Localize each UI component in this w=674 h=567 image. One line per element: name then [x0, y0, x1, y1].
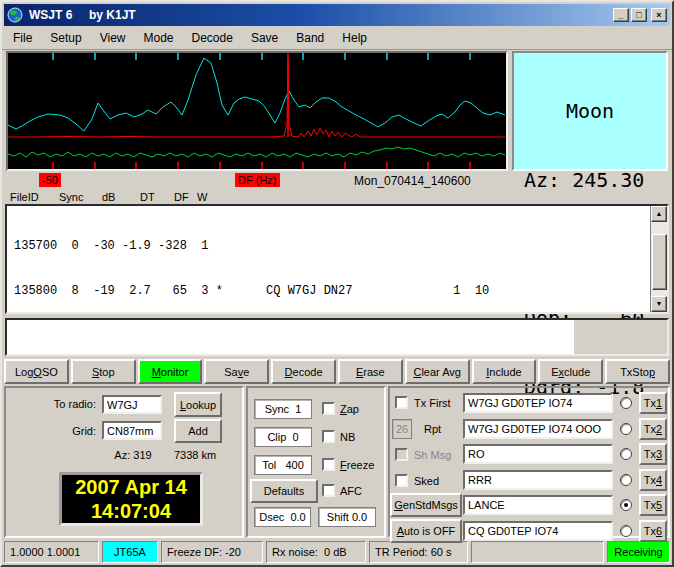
tx-first-checkbox[interactable]	[395, 396, 408, 409]
freeze-checkbox[interactable]	[322, 458, 335, 471]
col-db: dB	[102, 191, 115, 203]
nb-label: NB	[340, 431, 355, 443]
tx3-radio[interactable]	[620, 448, 632, 460]
menu-band[interactable]: Band	[287, 28, 333, 48]
min-db-marker: -50	[39, 173, 61, 187]
decode-button[interactable]: Decode	[271, 359, 336, 384]
grid-label: Grid:	[6, 425, 96, 437]
tx1-radio[interactable]	[620, 397, 632, 409]
tx5-radio[interactable]	[620, 499, 632, 511]
afc-checkbox[interactable]	[322, 484, 335, 497]
graph-labels: -50 DF (Hz) Mon_070414_140600	[2, 171, 672, 191]
tx1-button[interactable]: Tx1	[639, 392, 667, 414]
menu-help[interactable]: Help	[333, 28, 376, 48]
moon-info-panel: Moon Az: 245.30 El: 7.98 Dop: 60 Dgrd: -…	[512, 51, 668, 171]
tx6-button[interactable]: Tx6	[639, 520, 667, 542]
tx6-message-input[interactable]	[463, 521, 613, 541]
window-title: WSJT 6 by K1JT	[29, 8, 136, 22]
add-button[interactable]: Add	[174, 419, 222, 443]
to-radio-input[interactable]	[102, 395, 162, 414]
stop-button[interactable]: Stop	[71, 359, 136, 384]
minimize-button[interactable]: _	[613, 8, 629, 22]
gen-std-msgs-button[interactable]: GenStdMsgs	[390, 493, 462, 517]
tx5-message-input[interactable]	[463, 495, 613, 515]
tx5-button[interactable]: Tx5	[639, 494, 667, 516]
log-qso-button[interactable]: Log QSO	[4, 359, 69, 384]
shift-field[interactable]: Shift 0.0	[318, 507, 376, 527]
grid-input[interactable]	[102, 421, 162, 440]
monitor-button[interactable]: Monitor	[138, 359, 203, 384]
bottom-section: To radio: Lookup Grid: Add Az: 319 7338 …	[4, 386, 670, 538]
recording-filename: Mon_070414_140600	[354, 174, 471, 188]
sked-checkbox[interactable]	[395, 474, 408, 487]
menu-decode[interactable]: Decode	[183, 28, 242, 48]
average-line: 140600 1 4/6 GD0TEP W7GJ DN27 1 0	[14, 353, 667, 356]
clear-avg-button[interactable]: Clear Avg	[405, 359, 470, 384]
menu-bar: File Setup View Mode Decode Save Band He…	[2, 26, 672, 50]
wsjt-window: WSJT 6 by K1JT _ □ × File Setup View Mod…	[0, 0, 674, 567]
save-button[interactable]: Save	[204, 359, 269, 384]
tx2-button[interactable]: Tx2	[639, 418, 667, 440]
tx1-message-input[interactable]	[463, 393, 613, 413]
nb-checkbox[interactable]	[322, 430, 335, 443]
average-text-area[interactable]: 140600 1 4/6 GD0TEP W7GJ DN27 1 0 140600…	[5, 318, 669, 356]
menu-view[interactable]: View	[91, 28, 135, 48]
txstop-button[interactable]: TxStop	[605, 359, 670, 384]
erase-button[interactable]: Erase	[338, 359, 403, 384]
tx2-radio[interactable]	[620, 423, 632, 435]
menu-mode[interactable]: Mode	[135, 28, 183, 48]
clock-date: 2007 Apr 14	[62, 475, 200, 499]
tx4-message-input[interactable]	[463, 470, 613, 490]
menu-setup[interactable]: Setup	[41, 28, 90, 48]
col-w: W	[197, 191, 207, 203]
decode-line: 135800 8 -19 2.7 65 3 * CQ W7GJ DN27 1 1…	[14, 284, 667, 299]
defaults-button[interactable]: Defaults	[250, 479, 318, 503]
main-toolbar: Log QSO Stop Monitor Save Decode Erase C…	[4, 359, 670, 384]
parameters-panel: Sync 1 Zap Clip 0 NB Tol 400 Freeze Defa…	[246, 386, 386, 538]
moon-title: Moon	[524, 100, 666, 123]
tx4-radio[interactable]	[620, 474, 632, 486]
average-lines: 140600 1 4/6 GD0TEP W7GJ DN27 1 0 140600…	[7, 320, 667, 356]
lookup-button[interactable]: Lookup	[174, 392, 222, 417]
dial-calibration: 1.0000 1.0001	[4, 541, 99, 563]
freeze-df-status: Freeze DF: -20	[161, 541, 263, 563]
clock-time: 14:07:04	[62, 499, 200, 523]
tx3-button[interactable]: Tx3	[639, 443, 667, 465]
status-spacer	[471, 541, 604, 563]
close-button[interactable]: ×	[651, 8, 667, 22]
menu-file[interactable]: File	[4, 28, 41, 48]
clip-field[interactable]: Clip 0	[254, 427, 312, 447]
status-bar: 1.0000 1.0001 JT65A Freeze DF: -20 Rx no…	[4, 541, 670, 563]
decode-scrollbar[interactable]: ▲ ▼	[650, 206, 667, 312]
decode-text-area[interactable]: 135700 0 -30 -1.9 -328 1 135800 8 -19 2.…	[5, 204, 669, 314]
freeze-label: Freeze	[340, 459, 374, 471]
tx4-button[interactable]: Tx4	[639, 469, 667, 491]
decode-lines: 135700 0 -30 -1.9 -328 1 135800 8 -19 2.…	[7, 206, 667, 314]
scroll-down-icon[interactable]: ▼	[651, 296, 667, 312]
receiving-indicator: Receiving	[607, 541, 670, 563]
tr-period-status: TR Period: 60 s	[369, 541, 468, 563]
auto-button[interactable]: Auto is OFF	[390, 519, 462, 543]
tx2-message-input[interactable]	[463, 419, 613, 439]
tx3-message-input[interactable]	[463, 444, 613, 464]
sh-msg-label: Sh Msg	[414, 449, 451, 461]
rpt-field: 26	[392, 419, 412, 439]
tol-field[interactable]: Tol 400	[254, 455, 312, 475]
sync-field[interactable]: Sync 1	[254, 399, 312, 419]
sh-msg-checkbox[interactable]	[395, 448, 408, 461]
include-button[interactable]: Include	[472, 359, 537, 384]
dsec-field[interactable]: Dsec 0.0	[254, 507, 311, 527]
azimuth-value: Az: 319	[102, 449, 164, 461]
average-area-gray-region	[574, 320, 667, 354]
maximize-button[interactable]: □	[631, 8, 647, 22]
scrollbar-thumb[interactable]	[652, 234, 667, 290]
zap-checkbox[interactable]	[322, 402, 335, 415]
rpt-label: Rpt	[424, 423, 441, 435]
col-fileid: FileID	[10, 191, 39, 203]
rx-noise-status: Rx noise: 0 dB	[266, 541, 366, 563]
exclude-button[interactable]: Exclude	[538, 359, 603, 384]
scroll-up-icon[interactable]: ▲	[651, 206, 667, 222]
spectrum-display[interactable]	[6, 51, 508, 171]
menu-save[interactable]: Save	[242, 28, 287, 48]
tx6-radio[interactable]	[620, 525, 632, 537]
